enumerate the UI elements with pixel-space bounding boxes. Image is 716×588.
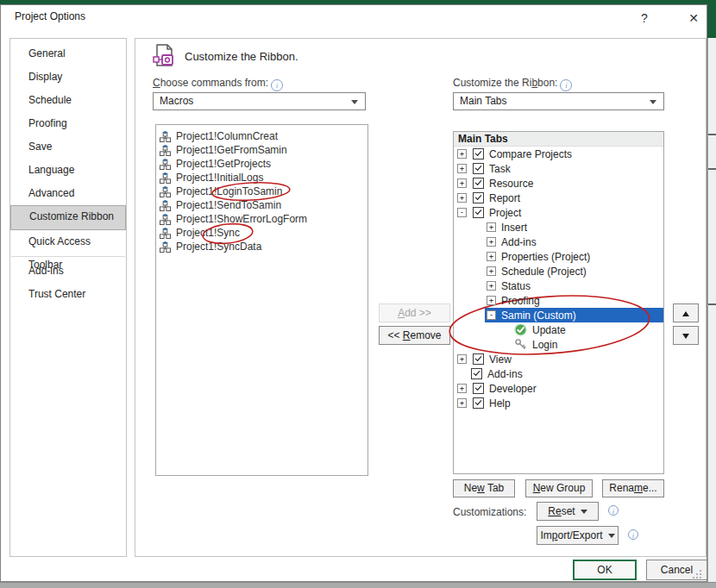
expand-icon[interactable]: +	[457, 193, 467, 203]
move-down-button[interactable]	[673, 326, 699, 345]
checkbox-checked-icon[interactable]	[473, 178, 484, 189]
tree-row-report[interactable]: + Report	[454, 191, 663, 205]
expand-icon[interactable]: +	[457, 178, 467, 188]
expand-icon[interactable]: +	[457, 398, 467, 408]
info-icon[interactable]	[628, 529, 638, 540]
list-item[interactable]: Project1!GetProjects	[156, 157, 367, 171]
macro-icon	[160, 228, 171, 239]
tree-row-help[interactable]: + Help	[454, 396, 663, 410]
tree-row-compare-projects[interactable]: + Compare Projects	[454, 147, 663, 161]
background-titlebar-corner	[707, 0, 716, 38]
sidebar-item-general[interactable]: General	[10, 42, 126, 66]
sidebar-item-proofing[interactable]: Proofing	[10, 112, 126, 135]
project-options-dialog: Project Options ? ✕ General Display Sche…	[0, 4, 707, 582]
macro-icon	[160, 159, 171, 170]
reset-button[interactable]: Reset	[537, 502, 599, 521]
resize-grip[interactable]	[693, 570, 702, 579]
choose-commands-dropdown[interactable]: Macros	[153, 92, 366, 110]
background-scrollbar-column	[707, 0, 716, 588]
tree-row-proofing-group[interactable]: + Proofing	[454, 293, 663, 308]
checkbox-checked-icon[interactable]	[473, 353, 484, 365]
expand-icon[interactable]: +	[487, 222, 496, 232]
add-button[interactable]: Add >>	[379, 303, 450, 322]
tree-row-schedule-project[interactable]: + Schedule (Project)	[454, 264, 663, 278]
checkbox-checked-icon[interactable]	[473, 192, 484, 203]
checkbox-checked-icon[interactable]	[473, 383, 484, 394]
ribbon-tree[interactable]: Main Tabs + Compare Projects + Task + Re…	[453, 131, 664, 474]
sidebar-item-display[interactable]: Display	[10, 66, 126, 89]
tree-row-properties-project[interactable]: + Properties (Project)	[454, 249, 663, 264]
sidebar-item-quick-access-toolbar[interactable]: Quick Access Toolbar	[10, 230, 126, 253]
sidebar-item-save[interactable]: Save	[10, 135, 126, 159]
ok-button[interactable]: OK	[573, 560, 637, 580]
sidebar-item-language[interactable]: Language	[10, 159, 126, 182]
tree-row-view[interactable]: + View	[454, 352, 663, 366]
tree-row-add-ins-group[interactable]: + Add-ins	[454, 235, 663, 249]
info-icon[interactable]	[271, 79, 283, 91]
ribbon-tabs-dropdown[interactable]: Main Tabs	[453, 92, 664, 110]
checkbox-checked-icon[interactable]	[473, 397, 484, 409]
tree-row-samin-custom[interactable]: - Samin (Custom)	[454, 308, 663, 322]
help-icon[interactable]: ?	[635, 9, 654, 28]
macro-label: Project1!SyncData	[176, 241, 261, 253]
expand-icon[interactable]: +	[487, 237, 496, 247]
tree-row-project[interactable]: - Project	[454, 205, 663, 220]
tree-row-resource[interactable]: + Resource	[454, 176, 663, 191]
expand-icon[interactable]: +	[457, 164, 467, 173]
sidebar-item-schedule[interactable]: Schedule	[10, 89, 126, 112]
list-item[interactable]: Project1!ColumnCreat	[156, 129, 367, 143]
new-tab-button[interactable]: New Tab	[453, 479, 515, 497]
rename-button[interactable]: Rename...	[602, 479, 664, 497]
close-icon[interactable]: ✕	[684, 9, 703, 28]
new-group-button[interactable]: New Group	[525, 479, 593, 497]
collapse-icon[interactable]: -	[487, 310, 496, 320]
sidebar-item-add-ins[interactable]: Add-ins	[10, 260, 126, 283]
tree-row-update[interactable]: Update	[454, 322, 663, 337]
info-icon[interactable]	[608, 505, 619, 516]
remove-button[interactable]: << Remove	[379, 326, 450, 345]
chevron-down-icon	[608, 534, 615, 538]
sidebar-item-trust-center[interactable]: Trust Center	[10, 283, 126, 306]
move-up-button[interactable]	[673, 303, 699, 322]
tree-item-label: View	[489, 353, 512, 366]
list-item[interactable]: Project1!LoginToSamin	[156, 185, 367, 198]
choose-commands-label: Choose commands from:	[153, 77, 283, 91]
expand-icon[interactable]: +	[487, 296, 496, 305]
info-icon[interactable]	[560, 79, 572, 91]
update-check-icon	[514, 323, 527, 336]
sidebar-item-customize-ribbon[interactable]: Customize Ribbon	[10, 205, 126, 230]
expand-icon[interactable]: +	[487, 252, 496, 261]
checkbox-checked-icon[interactable]	[473, 148, 484, 160]
checkbox-checked-icon[interactable]	[473, 207, 484, 218]
tree-row-task[interactable]: + Task	[454, 161, 663, 176]
tree-row-insert[interactable]: + Insert	[454, 220, 663, 235]
expand-icon[interactable]: +	[487, 281, 496, 291]
collapse-icon[interactable]: -	[457, 208, 467, 217]
macro-label: Project1!InitialLogs	[176, 172, 263, 184]
list-item[interactable]: Project1!ShowErrorLogForm	[156, 212, 367, 226]
tree-row-login[interactable]: Login	[454, 337, 663, 352]
macro-label: Project1!ShowErrorLogForm	[176, 213, 307, 225]
macro-icon	[160, 131, 171, 142]
expand-icon[interactable]: +	[457, 149, 467, 159]
list-item[interactable]: Project1!SendToSamin	[156, 198, 367, 212]
list-item[interactable]: Project1!Sync	[156, 226, 367, 240]
customize-ribbon-icon	[151, 42, 179, 70]
tree-row-status[interactable]: + Status	[454, 278, 663, 293]
tree-item-label: Add-ins	[501, 236, 537, 248]
macro-command-list[interactable]: Project1!ColumnCreat Project1!GetFromSam…	[155, 124, 368, 476]
expand-icon[interactable]: +	[457, 384, 467, 393]
expand-icon[interactable]: +	[457, 354, 467, 364]
import-export-button[interactable]: Import/Export	[537, 526, 619, 545]
sidebar-item-advanced[interactable]: Advanced	[10, 182, 126, 205]
list-item[interactable]: Project1!InitialLogs	[156, 171, 367, 185]
tree-row-developer[interactable]: + Developer	[454, 381, 663, 396]
expand-icon[interactable]: +	[487, 266, 496, 276]
list-item[interactable]: Project1!SyncData	[156, 240, 367, 253]
tree-item-label: Project	[489, 207, 521, 219]
list-item[interactable]: Project1!GetFromSamin	[156, 143, 367, 157]
tree-row-add-ins-tab[interactable]: Add-ins	[454, 366, 663, 381]
checkbox-checked-icon[interactable]	[473, 163, 484, 174]
tree-item-label: Report	[489, 192, 520, 204]
checkbox-checked-icon[interactable]	[471, 368, 482, 379]
